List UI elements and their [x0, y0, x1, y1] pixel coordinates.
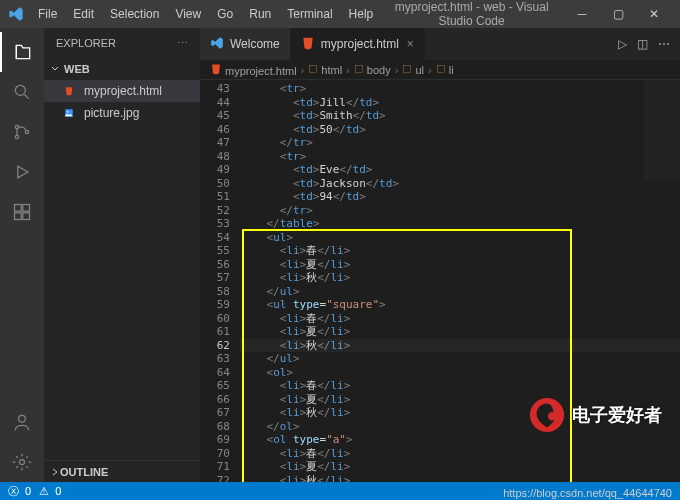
run-debug-icon[interactable] [0, 152, 44, 192]
file-picture.jpg[interactable]: picture.jpg [44, 102, 200, 124]
maximize-button[interactable]: ▢ [600, 0, 636, 28]
code-line-48[interactable]: <tr> [240, 150, 680, 164]
menu-view[interactable]: View [169, 5, 207, 23]
crumb-ul[interactable]: ul [402, 64, 424, 76]
code-line-55[interactable]: <li>春</li> [240, 244, 680, 258]
code-line-45[interactable]: <td>Smith</td> [240, 109, 680, 123]
code-line-58[interactable]: </ul> [240, 285, 680, 299]
svg-point-9 [20, 460, 25, 465]
vscode-logo-icon [8, 6, 24, 22]
explorer-label: EXPLORER [56, 37, 116, 49]
warnings-icon[interactable]: ⚠ [39, 485, 49, 498]
breadcrumb[interactable]: myproject.html› html› body› ul› li [200, 60, 680, 80]
code-line-44[interactable]: <td>Jill</td> [240, 96, 680, 110]
file-label: myproject.html [84, 84, 162, 98]
code-line-59[interactable]: <ul type="square"> [240, 298, 680, 312]
code-line-54[interactable]: <ul> [240, 231, 680, 245]
file-myproject.html[interactable]: myproject.html [44, 80, 200, 102]
project-name: WEB [64, 63, 90, 75]
code-line-47[interactable]: </tr> [240, 136, 680, 150]
line-numbers: 4344454647484950515253545556575859606162… [200, 80, 240, 482]
menu-edit[interactable]: Edit [67, 5, 100, 23]
footer-url: https://blog.csdn.net/qq_44644740 [503, 487, 672, 499]
settings-icon[interactable] [0, 442, 44, 482]
svg-rect-14 [404, 65, 411, 72]
error-count: 0 [25, 485, 31, 497]
code-line-49[interactable]: <td>Eve</td> [240, 163, 680, 177]
outline-label: OUTLINE [60, 466, 108, 478]
title-bar: FileEditSelectionViewGoRunTerminalHelp m… [0, 0, 680, 28]
explorer-icon[interactable] [0, 32, 44, 72]
watermark-text: 电子爱好者 [572, 403, 662, 427]
tab-label: myproject.html [321, 37, 399, 51]
code-line-51[interactable]: <td>94</td> [240, 190, 680, 204]
code-line-64[interactable]: <ol> [240, 366, 680, 380]
svg-rect-4 [15, 205, 22, 212]
svg-rect-15 [437, 65, 444, 72]
more-actions-icon[interactable]: ⋯ [658, 37, 670, 51]
code-line-60[interactable]: <li>春</li> [240, 312, 680, 326]
code-line-61[interactable]: <li>夏</li> [240, 325, 680, 339]
chevron-right-icon: › [428, 64, 432, 76]
extensions-icon[interactable] [0, 192, 44, 232]
watermark: 电子爱好者 [528, 396, 662, 434]
menu-run[interactable]: Run [243, 5, 277, 23]
menu-terminal[interactable]: Terminal [281, 5, 338, 23]
current-line-highlight [240, 339, 680, 353]
menu-go[interactable]: Go [211, 5, 239, 23]
image-file-icon [64, 106, 78, 120]
errors-icon[interactable]: ⓧ [8, 484, 19, 499]
source-control-icon[interactable] [0, 112, 44, 152]
crumb-body[interactable]: body [354, 64, 391, 76]
chevron-right-icon: › [395, 64, 399, 76]
svg-point-8 [19, 415, 26, 422]
code-line-53[interactable]: </table> [240, 217, 680, 231]
svg-rect-6 [15, 213, 22, 220]
window-title: myproject.html - web - Visual Studio Cod… [379, 0, 564, 28]
close-tab-icon[interactable]: × [407, 37, 414, 51]
window-controls: ─ ▢ ✕ [564, 0, 672, 28]
code-line-46[interactable]: <td>50</td> [240, 123, 680, 137]
html-tab-icon [301, 36, 315, 53]
svg-rect-5 [23, 205, 30, 212]
tab-myproject.html[interactable]: myproject.html× [291, 28, 425, 60]
run-icon[interactable]: ▷ [618, 37, 627, 51]
svg-point-2 [15, 135, 18, 138]
search-icon[interactable] [0, 72, 44, 112]
more-icon[interactable]: ⋯ [177, 37, 188, 50]
menu-bar: FileEditSelectionViewGoRunTerminalHelp [32, 5, 379, 23]
code-line-43[interactable]: <tr> [240, 82, 680, 96]
code-line-52[interactable]: </tr> [240, 204, 680, 218]
crumb-li[interactable]: li [436, 64, 454, 76]
menu-help[interactable]: Help [343, 5, 380, 23]
menu-file[interactable]: File [32, 5, 63, 23]
sidebar: EXPLORER ⋯ WEB myproject.htmlpicture.jpg… [44, 28, 200, 482]
code-line-63[interactable]: </ul> [240, 352, 680, 366]
tab-welcome[interactable]: Welcome [200, 28, 291, 60]
minimap[interactable] [644, 80, 680, 180]
account-icon[interactable] [0, 402, 44, 442]
svg-point-11 [67, 111, 69, 113]
svg-point-0 [15, 85, 25, 95]
crumb-myproject.html[interactable]: myproject.html [210, 63, 297, 77]
minimize-button[interactable]: ─ [564, 0, 600, 28]
svg-rect-13 [355, 65, 362, 72]
code-line-72[interactable]: <li>秋</li> [240, 474, 680, 483]
close-button[interactable]: ✕ [636, 0, 672, 28]
code-line-65[interactable]: <li>春</li> [240, 379, 680, 393]
code-line-69[interactable]: <ol type="a"> [240, 433, 680, 447]
split-editor-icon[interactable]: ◫ [637, 37, 648, 51]
outline-section[interactable]: OUTLINE [44, 460, 200, 482]
file-label: picture.jpg [84, 106, 139, 120]
code-line-70[interactable]: <li>春</li> [240, 447, 680, 461]
svg-point-3 [25, 130, 28, 133]
crumb-html[interactable]: html [308, 64, 342, 76]
sidebar-title: EXPLORER ⋯ [44, 28, 200, 58]
code-line-50[interactable]: <td>Jackson</td> [240, 177, 680, 191]
code-line-56[interactable]: <li>夏</li> [240, 258, 680, 272]
project-folder[interactable]: WEB [44, 58, 200, 80]
code-line-71[interactable]: <li>夏</li> [240, 460, 680, 474]
code-line-57[interactable]: <li>秋</li> [240, 271, 680, 285]
menu-selection[interactable]: Selection [104, 5, 165, 23]
vscode-tab-icon [210, 36, 224, 53]
